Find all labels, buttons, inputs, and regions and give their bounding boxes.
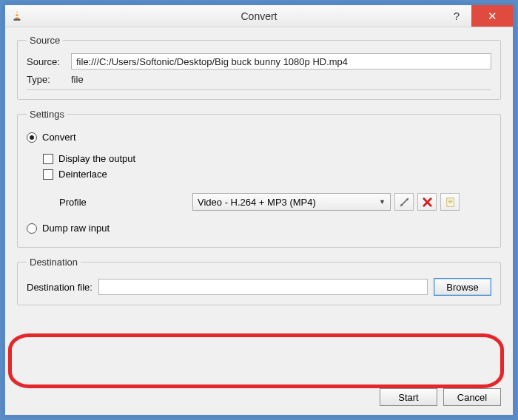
destination-file-label: Destination file:	[27, 282, 92, 293]
svg-rect-6	[446, 197, 453, 206]
settings-legend: Settings	[27, 109, 67, 120]
start-button[interactable]: Start	[380, 388, 437, 406]
convert-radio[interactable]	[27, 132, 37, 143]
edit-profile-button[interactable]	[394, 193, 414, 211]
svg-point-4	[406, 198, 408, 200]
svg-point-5	[400, 203, 403, 206]
svg-rect-1	[16, 13, 18, 14]
svg-rect-3	[14, 18, 21, 20]
svg-marker-0	[15, 10, 18, 18]
cancel-button[interactable]: Cancel	[443, 388, 501, 406]
type-value: file	[71, 74, 84, 85]
destination-file-input[interactable]	[98, 279, 428, 295]
browse-button[interactable]: Browse	[434, 278, 491, 296]
help-icon: ?	[454, 10, 460, 22]
dump-raw-radio[interactable]	[27, 223, 37, 234]
profile-value: Video - H.264 + MP3 (MP4)	[198, 197, 316, 208]
display-output-label: Display the output	[58, 153, 135, 164]
titlebar: Convert ? ✕	[5, 5, 513, 27]
deinterlace-checkbox[interactable]	[43, 169, 53, 180]
source-group: Source Source: Type: file	[17, 35, 501, 100]
annotation-highlight	[8, 333, 504, 388]
source-input[interactable]	[71, 53, 491, 70]
delete-x-icon	[422, 197, 433, 208]
svg-rect-2	[15, 16, 18, 17]
destination-legend: Destination	[27, 257, 81, 268]
dialog-body: Source Source: Type: file Settings Conve…	[5, 27, 513, 415]
new-doc-icon	[445, 197, 456, 208]
close-icon: ✕	[488, 10, 497, 23]
dialog-footer: Start Cancel	[380, 388, 501, 406]
wrench-icon	[399, 197, 410, 208]
delete-profile-button[interactable]	[417, 193, 437, 211]
vlc-icon	[10, 9, 24, 24]
display-output-checkbox[interactable]	[43, 154, 53, 164]
close-button[interactable]: ✕	[471, 5, 513, 27]
source-legend: Source	[27, 35, 63, 46]
window-title: Convert	[5, 10, 513, 22]
new-profile-button[interactable]	[440, 193, 460, 211]
source-divider	[27, 89, 491, 90]
chevron-down-icon: ▼	[379, 198, 386, 206]
dump-raw-label: Dump raw input	[42, 223, 110, 234]
type-label: Type:	[27, 74, 71, 85]
settings-group: Settings Convert Display the output Dein…	[17, 109, 501, 248]
help-button[interactable]: ?	[442, 5, 471, 27]
profile-label: Profile	[59, 197, 104, 208]
destination-group: Destination Destination file: Browse	[17, 257, 501, 305]
source-label: Source:	[27, 56, 71, 67]
deinterlace-label: Deinterlace	[58, 169, 107, 180]
profile-combobox[interactable]: Video - H.264 + MP3 (MP4) ▼	[192, 193, 391, 211]
convert-dialog: Convert ? ✕ Source Source: Type: file Se…	[4, 4, 514, 416]
convert-radio-label: Convert	[42, 132, 76, 143]
